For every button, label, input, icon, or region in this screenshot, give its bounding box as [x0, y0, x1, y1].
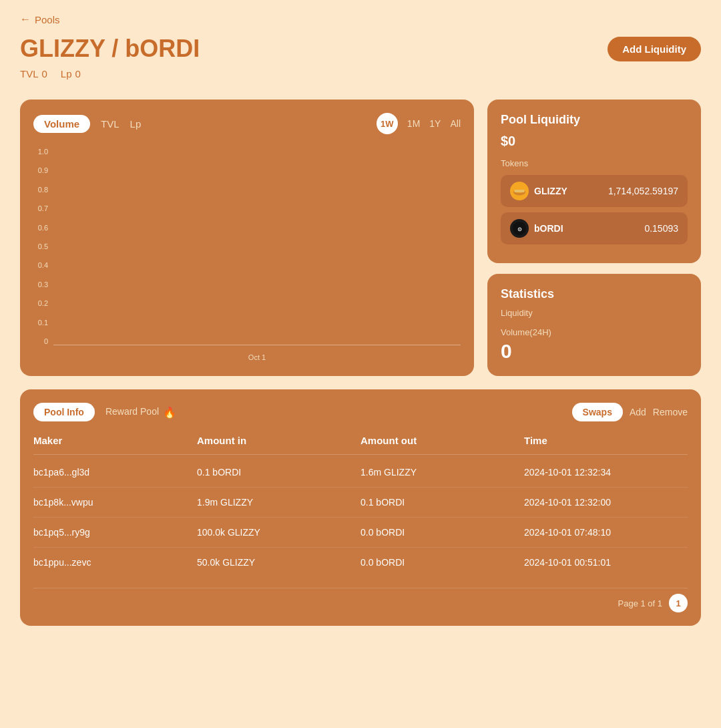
- tab-add[interactable]: Add: [630, 403, 646, 421]
- pool-title: GLIZZY / bORDI: [20, 35, 200, 63]
- table-row: bc1pa6...gl3d 0.1 bORDI 1.6m GLIZZY 2024…: [33, 458, 688, 488]
- chart-area: 1.0 0.9 0.8 0.7 0.6 0.5 0.4 0.3 0.2 0.1 …: [33, 148, 461, 361]
- cell-amount-in-1: 1.9m GLIZZY: [197, 497, 360, 508]
- add-liquidity-button[interactable]: Add Liquidity: [608, 37, 701, 61]
- bordi-amount: 0.15093: [644, 223, 678, 234]
- y-label-09: 0.9: [33, 166, 48, 174]
- svg-text:⊙: ⊙: [517, 226, 522, 232]
- main-content: Volume TVL Lp 1W 1M 1Y All 1.0 0.9 0.8 0…: [20, 100, 701, 376]
- y-label-04: 0.4: [33, 261, 48, 269]
- cell-time-1: 2024-10-01 12:32:00: [524, 497, 688, 508]
- chart-tab-tvl[interactable]: TVL: [101, 118, 119, 130]
- y-label-05: 0.5: [33, 242, 48, 250]
- page-header: GLIZZY / bORDI Add Liquidity: [20, 35, 701, 63]
- chart-panel: Volume TVL Lp 1W 1M 1Y All 1.0 0.9 0.8 0…: [20, 100, 474, 376]
- chart-inner: Oct 1: [53, 148, 461, 361]
- chart-tabs: Volume TVL Lp 1W 1M 1Y All: [33, 113, 461, 134]
- tvl-value: 0: [42, 68, 47, 79]
- statistics-card: Statistics Liquidity Volume(24H) 0: [487, 274, 701, 376]
- lp-value: 0: [75, 68, 81, 79]
- tvl-info: TVL 0: [20, 68, 47, 79]
- lp-label: Lp: [61, 68, 72, 79]
- statistics-title: Statistics: [501, 287, 688, 301]
- tab-reward-pool[interactable]: Reward Pool 🔥: [105, 406, 176, 419]
- header-maker: Maker: [33, 435, 197, 446]
- y-label-02: 0.2: [33, 299, 48, 307]
- pool-liquidity-title: Pool Liquidity: [501, 113, 688, 127]
- chart-tab-volume[interactable]: Volume: [33, 115, 90, 133]
- tvl-row: TVL 0 Lp 0: [20, 68, 701, 79]
- y-axis: 1.0 0.9 0.8 0.7 0.6 0.5 0.4 0.3 0.2 0.1 …: [33, 148, 53, 361]
- svg-rect-2: [515, 190, 525, 192]
- cell-time-2: 2024-10-01 07:48:10: [524, 527, 688, 538]
- fire-icon: 🔥: [163, 406, 176, 419]
- header-amount-out: Amount out: [360, 435, 524, 446]
- cell-amount-out-3: 0.0 bORDI: [360, 557, 524, 568]
- y-label-10: 1.0: [33, 148, 48, 156]
- pool-liquidity-card: Pool Liquidity $0 Tokens GLIZZY 1,714,05…: [487, 100, 701, 263]
- token-row-glizzy: GLIZZY 1,714,052.59197: [501, 175, 688, 207]
- tokens-label: Tokens: [501, 158, 688, 168]
- lp-info: Lp 0: [61, 68, 81, 79]
- table-header: Maker Amount in Amount out Time: [33, 435, 688, 455]
- back-label: Pools: [35, 14, 60, 25]
- cell-time-0: 2024-10-01 12:32:34: [524, 467, 688, 478]
- right-panel: Pool Liquidity $0 Tokens GLIZZY 1,714,05…: [487, 100, 701, 376]
- pool-liquidity-value: $0: [501, 134, 688, 149]
- header-time: Time: [524, 435, 688, 446]
- table-row: bc1pq5...ry9g 100.0k GLIZZY 0.0 bORDI 20…: [33, 518, 688, 548]
- cell-maker-0: bc1pa6...gl3d: [33, 467, 197, 478]
- pagination-text: Page 1 of 1: [618, 598, 663, 608]
- header-amount-in: Amount in: [197, 435, 360, 446]
- tvl-label: TVL: [20, 68, 39, 79]
- token-row-bordi: ⊙ bORDI 0.15093: [501, 212, 688, 244]
- pagination-current[interactable]: 1: [669, 594, 688, 612]
- chart-tab-lp[interactable]: Lp: [130, 118, 142, 130]
- cell-amount-in-3: 50.0k GLIZZY: [197, 557, 360, 568]
- cell-amount-in-2: 100.0k GLIZZY: [197, 527, 360, 538]
- data-table: Maker Amount in Amount out Time bc1pa6..…: [33, 435, 688, 577]
- cell-amount-out-0: 1.6m GLIZZY: [360, 467, 524, 478]
- y-label-07: 0.7: [33, 204, 48, 212]
- cell-maker-3: bc1ppu...zevc: [33, 557, 197, 568]
- cell-maker-1: bc1p8k...vwpu: [33, 497, 197, 508]
- y-label-03: 0.3: [33, 281, 48, 289]
- pagination-row: Page 1 of 1 1: [33, 588, 688, 612]
- y-label-06: 0.6: [33, 224, 48, 232]
- cell-amount-out-1: 0.1 bORDI: [360, 497, 524, 508]
- bordi-name: bORDI: [534, 223, 563, 234]
- token-left-glizzy: GLIZZY: [510, 182, 567, 200]
- chart-x-label: Oct 1: [248, 353, 266, 361]
- time-tab-1y[interactable]: 1Y: [429, 118, 441, 129]
- tab-swaps[interactable]: Swaps: [572, 403, 623, 421]
- volume-label: Volume(24H): [501, 327, 688, 337]
- cell-amount-in-0: 0.1 bORDI: [197, 467, 360, 478]
- time-tabs: 1W 1M 1Y All: [377, 113, 461, 134]
- cell-time-3: 2024-10-01 00:51:01: [524, 557, 688, 568]
- time-tab-1w[interactable]: 1W: [377, 113, 398, 134]
- table-row: bc1p8k...vwpu 1.9m GLIZZY 0.1 bORDI 2024…: [33, 488, 688, 518]
- y-label-00: 0: [33, 337, 48, 345]
- back-nav[interactable]: ← Pools: [20, 13, 701, 25]
- bottom-tabs: Pool Info Reward Pool 🔥 Swaps Add Remove: [33, 403, 688, 421]
- glizzy-icon: [510, 182, 529, 200]
- y-label-08: 0.8: [33, 186, 48, 194]
- volume-value: 0: [501, 340, 688, 363]
- right-tabs: Swaps Add Remove: [572, 403, 688, 421]
- chart-baseline: [53, 345, 461, 345]
- time-tab-all[interactable]: All: [450, 118, 461, 129]
- time-tab-1m[interactable]: 1M: [407, 118, 420, 129]
- cell-maker-2: bc1pq5...ry9g: [33, 527, 197, 538]
- cell-amount-out-2: 0.0 bORDI: [360, 527, 524, 538]
- tab-pool-info[interactable]: Pool Info: [33, 403, 95, 421]
- glizzy-name: GLIZZY: [534, 186, 567, 196]
- bottom-panel: Pool Info Reward Pool 🔥 Swaps Add Remove…: [20, 389, 701, 626]
- tab-remove[interactable]: Remove: [653, 403, 688, 421]
- glizzy-amount: 1,714,052.59197: [608, 186, 678, 196]
- bordi-icon: ⊙: [510, 219, 529, 238]
- back-arrow-icon: ←: [20, 13, 31, 25]
- token-left-bordi: ⊙ bORDI: [510, 219, 563, 238]
- table-row: bc1ppu...zevc 50.0k GLIZZY 0.0 bORDI 202…: [33, 548, 688, 577]
- y-label-01: 0.1: [33, 319, 48, 327]
- liquidity-label: Liquidity: [501, 308, 688, 318]
